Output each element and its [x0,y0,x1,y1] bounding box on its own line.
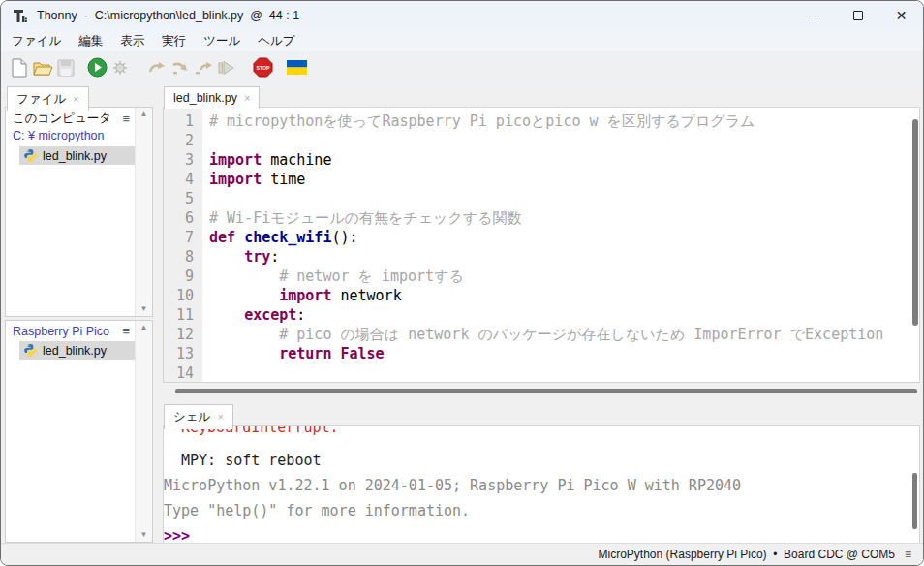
stop-restart-button[interactable]: STOP [251,56,274,79]
tab-editor-label: led_blink.py [173,91,237,105]
step-over-icon [147,61,167,75]
minimize-icon [809,16,819,16]
open-file-button[interactable] [31,56,54,79]
line-number: 7 [164,228,202,247]
code-line: import machine [209,150,910,170]
shell-line: Type "help()" for more information. [164,498,919,523]
device-panel-scrollbar[interactable]: ▲ ▼ [135,321,152,542]
editor-horizontal-scrollbar-track[interactable] [163,383,920,398]
save-icon [57,59,75,77]
local-file-row[interactable]: led_blink.py [19,146,135,165]
scroll-down-icon[interactable]: ▼ [140,531,148,539]
device-file-row[interactable]: led_blink.py [19,341,135,360]
scroll-up-icon[interactable]: ▲ [140,110,148,118]
shell-output[interactable]: KeyboardInterrupt:MPY: soft rebootMicroP… [163,425,920,544]
menu-item[interactable]: ファイル [3,31,70,51]
step-over-button[interactable] [145,56,169,79]
line-number: 4 [164,170,202,189]
svg-text:STOP: STOP [256,65,270,71]
shell-line: MPY: soft reboot [164,448,919,473]
new-file-button[interactable] [8,56,31,79]
local-panel-scrollbar[interactable]: ▲ ▼ [135,108,152,316]
close-icon: ✕ [896,9,908,22]
line-number: 11 [164,305,202,325]
code-line: # networ を importする [209,267,910,286]
menu-item[interactable]: 実行 [153,31,195,51]
bug-icon [110,58,130,78]
menu-item[interactable]: 表示 [111,31,153,51]
debug-script-button[interactable] [108,56,132,79]
code-line: # pico の場合は network のパッケージが存在しないため Impor… [209,325,910,344]
local-file-label: led_blink.py [43,149,107,163]
tab-files[interactable]: ファイル × [7,86,89,111]
ukraine-flag-icon [287,60,307,75]
menu-bar: ファイル編集表示実行ツールヘルプ [1,30,923,51]
status-menu-icon[interactable]: ≡ [905,548,911,561]
line-number: 10 [164,286,202,305]
window-title: Thonny - C:\micropython\led_blink.py @ 4… [37,9,299,22]
step-into-icon [170,61,190,75]
code-line: except: [209,305,910,325]
local-computer-label: このコンピュータ [13,110,111,127]
tab-files-close-icon[interactable]: × [73,94,78,105]
editor-horizontal-scrollbar-thumb[interactable] [175,389,917,393]
line-number: 3 [164,150,202,170]
code-text-area[interactable]: # micropythonを使ってRaspberry Pi picoとpico … [202,108,910,382]
code-line: return False [209,344,910,363]
code-line: def check_wifi(): [209,228,910,247]
thonny-app-icon [12,8,28,24]
files-device-panel: Raspberry Pi Pico ≡ led_blink.py ▲ ▼ [5,320,153,543]
resume-button[interactable] [215,56,238,79]
line-number: 2 [164,131,202,150]
code-line: try: [209,247,910,267]
tab-shell-close-icon[interactable]: × [217,412,223,423]
device-panel-menu-icon[interactable]: ≡ [119,324,133,338]
title-bar: Thonny - C:\micropython\led_blink.py @ 4… [1,1,923,30]
files-local-panel: このコンピュータ ≡ C: ¥ micropython led_blink.py… [5,107,153,317]
tab-editor-close-icon[interactable]: × [244,93,250,104]
line-number: 8 [164,247,202,267]
minimize-button[interactable] [792,1,836,30]
shell-vertical-scrollbar[interactable] [912,473,917,529]
menu-item[interactable]: 編集 [70,31,111,51]
line-number-gutter: 1234567891011121314 [164,108,202,382]
save-file-button[interactable] [54,56,77,79]
device-label: Raspberry Pi Pico [13,325,109,338]
line-number: 1 [164,111,202,131]
scroll-up-icon[interactable]: ▲ [140,324,148,331]
status-bar: MicroPython (Raspberry Pi Pico) • Board … [1,543,923,565]
python-file-icon [23,148,38,163]
tab-files-label: ファイル [16,91,66,108]
line-number: 12 [164,325,202,344]
shell-line: KeyboardInterrupt: [164,425,919,440]
tab-editor-led-blink[interactable]: led_blink.py × [164,86,260,109]
line-number: 9 [164,267,202,286]
device-file-label: led_blink.py [43,344,107,358]
local-panel-menu-icon[interactable]: ≡ [119,111,133,126]
interpreter-status[interactable]: MicroPython (Raspberry Pi Pico) • Board … [599,548,895,561]
code-line: import time [209,170,910,189]
scroll-down-icon[interactable]: ▼ [140,305,148,313]
code-line [209,189,910,208]
code-line [209,363,910,382]
local-path-breadcrumb[interactable]: C: ¥ micropython [6,128,135,144]
tab-shell-label: シェル [173,409,210,425]
close-button[interactable]: ✕ [879,1,923,30]
editor-vertical-scrollbar[interactable] [912,119,918,326]
shell-line: >>> [164,523,919,544]
menu-item[interactable]: ツール [195,31,249,51]
tab-shell[interactable]: シェル × [164,404,233,429]
toolbar: STOP [1,51,923,83]
code-line: # micropythonを使ってRaspberry Pi picoとpico … [209,111,910,131]
resume-icon [218,60,235,76]
step-out-button[interactable] [192,56,215,79]
code-editor[interactable]: 1234567891011121314 # micropythonを使ってRas… [163,107,920,383]
ukraine-flag-button[interactable] [285,56,308,79]
run-script-button[interactable] [85,56,108,79]
maximize-button[interactable] [836,1,879,30]
step-into-button[interactable] [169,56,192,79]
thonny-window: Thonny - C:\micropython\led_blink.py @ 4… [0,0,924,566]
step-out-icon [194,61,213,75]
menu-item[interactable]: ヘルプ [249,31,303,51]
stop-icon: STOP [253,57,273,78]
